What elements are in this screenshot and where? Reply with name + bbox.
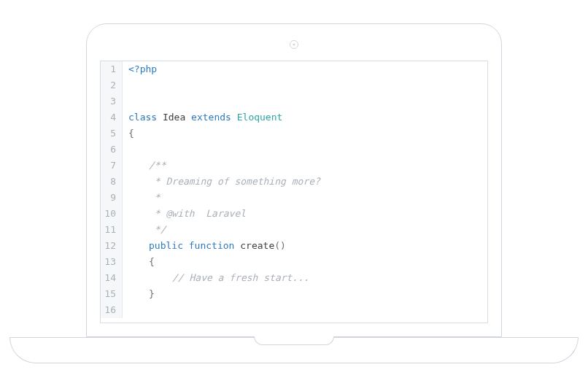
code-content[interactable]: [123, 93, 487, 109]
line-number: 6: [101, 142, 123, 158]
code-content[interactable]: [123, 77, 487, 93]
code-line[interactable]: 2: [101, 77, 487, 93]
code-content[interactable]: }: [123, 286, 487, 302]
line-number: 14: [101, 270, 123, 286]
code-content[interactable]: class Idea extends Eloquent: [123, 109, 487, 126]
line-number: 2: [101, 77, 123, 93]
line-number: 8: [101, 174, 123, 190]
code-editor[interactable]: 1<?php234class Idea extends Eloquent5{67…: [100, 61, 488, 323]
code-line[interactable]: 11 */: [101, 222, 487, 238]
code-line[interactable]: 14// Have a fresh start...: [101, 270, 487, 286]
line-number: 3: [101, 93, 123, 109]
code-line[interactable]: 13{: [101, 254, 487, 270]
code-line[interactable]: 4class Idea extends Eloquent: [101, 109, 487, 126]
laptop-base: [9, 337, 579, 363]
code-line[interactable]: 7/**: [101, 158, 487, 174]
code-line[interactable]: 12public function create(): [101, 238, 487, 254]
code-line[interactable]: 9 *: [101, 190, 487, 206]
screen-bezel: 1<?php234class Idea extends Eloquent5{67…: [86, 23, 502, 337]
code-content[interactable]: */: [123, 222, 487, 238]
code-content[interactable]: // Have a fresh start...: [123, 270, 487, 286]
line-number: 11: [101, 222, 123, 238]
code-line[interactable]: 5{: [101, 126, 487, 142]
line-number: 5: [101, 126, 123, 142]
code-content[interactable]: {: [123, 126, 487, 142]
camera-icon: [290, 40, 298, 49]
code-line[interactable]: 3: [101, 93, 487, 109]
code-content[interactable]: <?php: [123, 61, 487, 77]
code-line[interactable]: 16: [101, 302, 487, 318]
code-line[interactable]: 15}: [101, 286, 487, 302]
code-content[interactable]: [123, 302, 487, 318]
laptop-frame: 1<?php234class Idea extends Eloquent5{67…: [9, 23, 579, 363]
code-line[interactable]: 1<?php: [101, 61, 487, 77]
line-number: 16: [101, 302, 123, 318]
line-number: 9: [101, 190, 123, 206]
code-content[interactable]: {: [123, 254, 487, 270]
line-number: 13: [101, 254, 123, 270]
code-line[interactable]: 8 * Dreaming of something more?: [101, 174, 487, 190]
code-content[interactable]: public function create(): [123, 238, 487, 254]
code-line[interactable]: 6: [101, 142, 487, 158]
line-number: 1: [101, 61, 123, 77]
line-number: 4: [101, 109, 123, 126]
code-content[interactable]: *: [123, 190, 487, 206]
code-content[interactable]: * @with Laravel: [123, 206, 487, 222]
line-number: 12: [101, 238, 123, 254]
code-content[interactable]: /**: [123, 158, 487, 174]
code-line[interactable]: 10 * @with Laravel: [101, 206, 487, 222]
code-content[interactable]: * Dreaming of something more?: [123, 174, 487, 190]
trackpad-notch: [254, 336, 334, 345]
code-content[interactable]: [123, 142, 487, 158]
line-number: 10: [101, 206, 123, 222]
line-number: 7: [101, 158, 123, 174]
line-number: 15: [101, 286, 123, 302]
